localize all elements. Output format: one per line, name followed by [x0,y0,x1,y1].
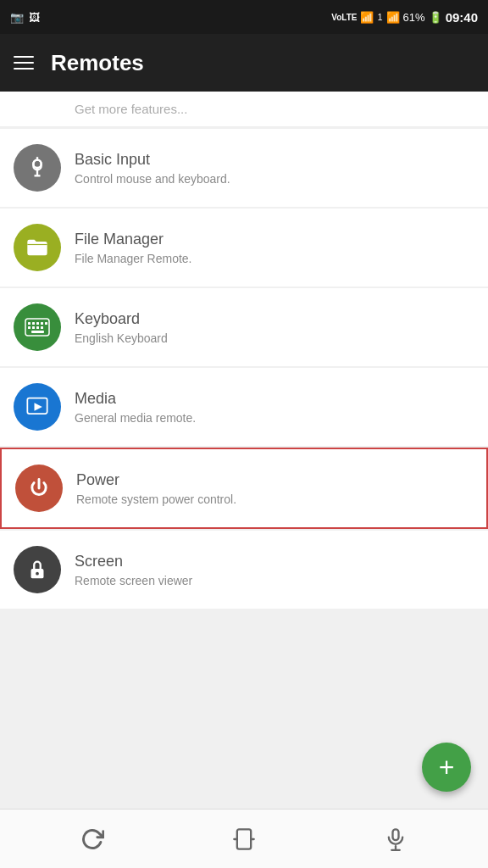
refresh-button[interactable] [17,827,169,851]
keyboard-title: Keyboard [75,310,168,328]
keyboard-icon [14,303,61,351]
svg-rect-12 [28,326,30,329]
basic-input-icon [14,144,61,192]
svg-rect-24 [392,829,398,840]
list-item-basic-input[interactable]: Basic Input Control mouse and keyboard. [0,129,488,207]
media-subtitle: General media remote. [75,411,196,425]
svg-rect-21 [237,829,251,849]
power-title: Power [76,471,236,489]
power-subtitle: Remote system power control. [76,492,236,506]
svg-rect-8 [32,322,35,325]
basic-input-subtitle: Control mouse and keyboard. [75,172,230,186]
add-remote-fab[interactable]: + [422,743,471,792]
svg-rect-14 [36,326,39,329]
partial-list-item[interactable]: Get more features... [0,92,488,127]
screen-lock-icon [14,546,61,593]
list-item-keyboard[interactable]: Keyboard English Keyboard [0,288,488,366]
file-manager-icon [14,224,61,271]
screen-text: Screen Remote screen viewer [75,553,192,587]
media-title: Media [75,390,196,408]
svg-rect-13 [32,326,35,329]
device-button[interactable] [169,827,320,851]
screen-subtitle: Remote screen viewer [75,574,192,587]
list-item-screen[interactable]: Screen Remote screen viewer [0,531,488,609]
fab-plus-icon: + [439,752,455,783]
file-manager-text: File Manager File Manager Remote. [75,231,192,265]
wifi-icon: 📶 [360,11,374,24]
time-display: 09:40 [446,10,478,25]
media-text: Media General media remote. [75,390,196,425]
sim-icon: 1 [377,12,382,22]
signal-bars: 📶 [386,11,400,24]
media-icon [14,383,61,431]
power-icon [15,465,63,512]
basic-input-text: Basic Input Control mouse and keyboard. [75,151,230,186]
svg-marker-18 [35,403,42,410]
camera-icon: 📷 [10,11,24,24]
screen-title: Screen [75,553,192,570]
status-left-icons: 📷 🖼 [10,11,40,24]
list-item-power[interactable]: Power Remote system power control. [0,448,488,529]
svg-rect-9 [36,322,39,325]
battery-icon: 🔋 [429,11,442,24]
file-manager-title: File Manager [75,231,192,248]
volte-icon: VoLTE [331,13,357,22]
status-bar: 📷 🖼 VoLTE 📶 1 📶 61% 🔋 09:40 [0,0,488,34]
status-right-icons: VoLTE 📶 1 📶 61% 🔋 09:40 [331,10,478,25]
svg-point-20 [36,572,39,576]
bottom-navigation [0,809,488,868]
keyboard-subtitle: English Keyboard [75,331,168,345]
battery-text: 61% [403,11,425,24]
page-title: Remotes [51,50,144,76]
hamburger-menu-button[interactable] [14,56,34,70]
svg-rect-10 [41,322,43,325]
list-item-media[interactable]: Media General media remote. [0,368,488,446]
basic-input-title: Basic Input [75,151,230,169]
gallery-icon: 🖼 [29,11,40,24]
svg-rect-7 [28,322,30,325]
partial-item-text: Get more features... [75,102,187,116]
microphone-button[interactable] [319,827,471,851]
keyboard-text: Keyboard English Keyboard [75,310,168,345]
remotes-list: Get more features... Basic Input Control… [0,92,488,809]
toolbar: Remotes [0,34,488,92]
svg-rect-11 [45,322,47,325]
power-text: Power Remote system power control. [76,471,236,506]
svg-rect-16 [31,331,44,333]
list-item-file-manager[interactable]: File Manager File Manager Remote. [0,209,488,287]
svg-rect-15 [41,326,43,329]
file-manager-subtitle: File Manager Remote. [75,252,192,265]
